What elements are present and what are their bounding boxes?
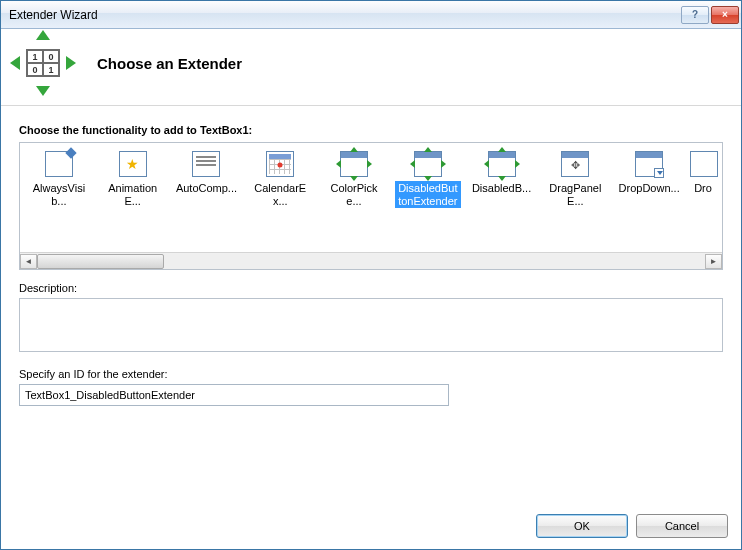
extender-icon	[690, 151, 718, 177]
extender-item-label: Dro	[690, 181, 716, 196]
extender-item[interactable]: AlwaysVisib...	[24, 147, 94, 212]
extender-icon	[635, 151, 663, 177]
window-title: Extender Wizard	[9, 8, 681, 22]
extender-item-label: AlwaysVisib...	[26, 181, 92, 208]
titlebar: Extender Wizard ? ×	[1, 1, 741, 29]
dialog-header: 1001 Choose an Extender	[1, 29, 741, 106]
extender-item[interactable]: CalendarEx...	[245, 147, 315, 212]
extender-list[interactable]: AlwaysVisib...★AnimationE...AutoComp...C…	[20, 143, 722, 251]
scroll-thumb[interactable]	[37, 254, 164, 269]
extender-icon	[45, 151, 73, 177]
extender-icon	[414, 151, 442, 177]
scroll-left-button[interactable]: ◄	[20, 254, 37, 269]
extender-item[interactable]: ColorPicke...	[319, 147, 389, 212]
extender-item-label: DropDown...	[616, 181, 682, 196]
extender-item[interactable]: DropDown...	[614, 147, 684, 200]
extender-icon	[488, 151, 516, 177]
cancel-button[interactable]: Cancel	[636, 514, 728, 538]
close-button[interactable]: ×	[711, 6, 739, 24]
functionality-label: Choose the functionality to add to TextB…	[19, 124, 723, 136]
extender-icon: ✥	[561, 151, 589, 177]
extender-item-label: ColorPicke...	[321, 181, 387, 208]
description-box	[19, 298, 723, 352]
help-button[interactable]: ?	[681, 6, 709, 24]
extender-item-label: AutoComp...	[174, 181, 240, 196]
extender-item[interactable]: DisabledB...	[467, 147, 537, 200]
extender-item[interactable]: AutoComp...	[172, 147, 242, 200]
extender-scrollbar[interactable]: ◄ ►	[20, 252, 722, 269]
extender-item-label: DisabledButtonExtender	[395, 181, 461, 208]
extender-item-label: DisabledB...	[469, 181, 535, 196]
extender-wizard-icon: 1001	[19, 39, 67, 87]
extender-id-input[interactable]	[19, 384, 449, 406]
extender-icon	[192, 151, 220, 177]
extender-icon: ★	[119, 151, 147, 177]
extender-item[interactable]: ✥DragPanelE...	[540, 147, 610, 212]
dialog-title: Choose an Extender	[97, 55, 242, 72]
extender-item-label: AnimationE...	[100, 181, 166, 208]
extender-item[interactable]: DisabledButtonExtender	[393, 147, 463, 212]
scroll-right-button[interactable]: ►	[705, 254, 722, 269]
description-label: Description:	[19, 282, 723, 294]
scroll-track[interactable]	[37, 254, 705, 269]
extender-icon	[340, 151, 368, 177]
extender-list-panel: AlwaysVisib...★AnimationE...AutoComp...C…	[19, 142, 723, 270]
extender-icon	[266, 151, 294, 177]
ok-button[interactable]: OK	[536, 514, 628, 538]
id-label: Specify an ID for the extender:	[19, 368, 723, 380]
extender-item-label: CalendarEx...	[247, 181, 313, 208]
extender-item[interactable]: Dro	[688, 147, 718, 200]
extender-item-label: DragPanelE...	[542, 181, 608, 208]
extender-item[interactable]: ★AnimationE...	[98, 147, 168, 212]
